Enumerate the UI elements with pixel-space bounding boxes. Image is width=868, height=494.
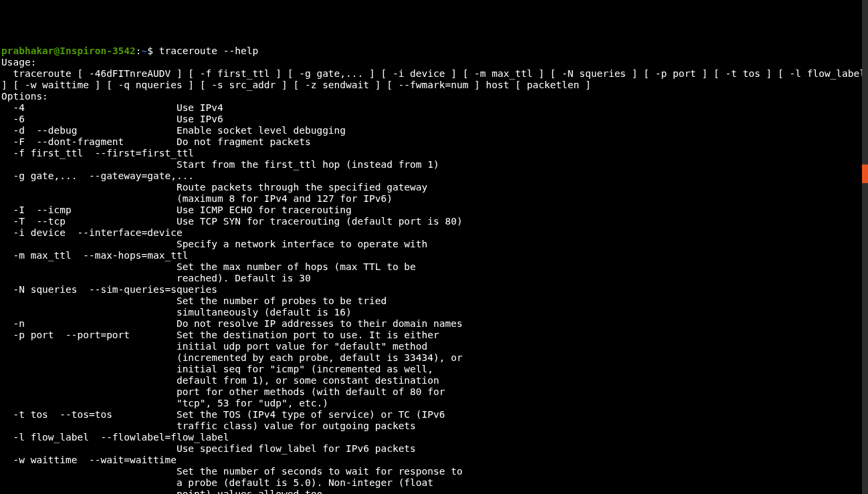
scrollbar-track[interactable] <box>862 0 868 494</box>
prompt-dollar: $ <box>147 45 158 56</box>
prompt-at: @ <box>54 45 60 56</box>
prompt-colon: : <box>136 45 142 56</box>
prompt-host: Inspiron-3542 <box>60 45 136 56</box>
prompt-user: prabhakar <box>1 45 54 56</box>
scrollbar-thumb[interactable] <box>862 164 868 183</box>
output-lines: Usage: traceroute [ -46dFITnreAUDV ] [ -… <box>1 57 867 494</box>
command-text: traceroute --help <box>159 45 258 56</box>
terminal-output[interactable]: prabhakar@Inspiron-3542:~$ traceroute --… <box>0 45 868 494</box>
prompt-path: ~ <box>142 45 148 56</box>
